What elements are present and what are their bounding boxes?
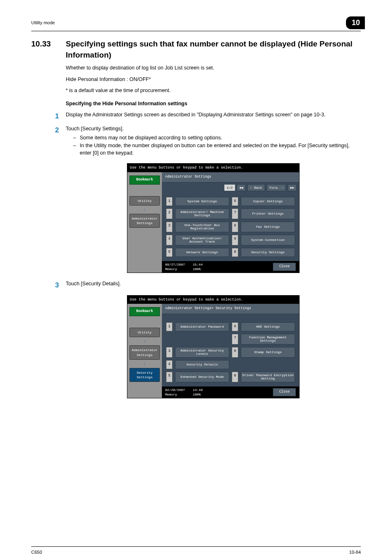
printer-settings-button[interactable]: Printer Settings xyxy=(241,208,295,219)
menu-key-6: 6 xyxy=(232,197,238,206)
last-page-icon[interactable]: ▶▶ xyxy=(288,184,297,191)
footer-memory-value: 100% xyxy=(193,393,201,396)
footer-memory-label: Memory xyxy=(165,267,177,271)
fax-settings-button[interactable]: Fax Settings xyxy=(241,222,295,232)
onetouch-userbox-button[interactable]: One-Touch/User Box Registration xyxy=(175,222,229,232)
panel-breadcrumb: Administrator Settings xyxy=(162,172,299,183)
menu-key-3: 3 xyxy=(166,222,173,232)
security-settings-button[interactable]: Security Settings xyxy=(241,248,295,257)
arrow-down-icon: ↓ xyxy=(129,361,160,367)
intro-p3: * is a default value at the time of proc… xyxy=(66,87,361,95)
menu-key-0: 0 xyxy=(232,248,238,257)
breadcrumb: Utility mode xyxy=(31,20,55,26)
close-button[interactable]: Close xyxy=(273,263,296,271)
intro-p2: Hide Personal Information : ON/OFF* xyxy=(66,76,361,83)
enhanced-security-button[interactable]: Enhanced Security Mode xyxy=(175,372,229,382)
stamp-settings-button[interactable]: Stamp Settings xyxy=(241,347,295,358)
footer-time: 15:44 xyxy=(193,263,203,266)
menu-key-5: 5 xyxy=(166,248,173,257)
sidebar-admin-button[interactable]: Administrator Settings xyxy=(129,345,160,359)
panel-instruction: Use the menu buttons or keypad to make a… xyxy=(127,164,299,172)
footer-date: 09/27/2007 xyxy=(165,263,185,266)
step-number-1: 1 xyxy=(55,111,66,121)
bookmark-tab[interactable]: Bookmark xyxy=(129,176,160,185)
menu-key-1: 1 xyxy=(166,197,173,206)
menu-key-0: 0 xyxy=(232,372,238,382)
intro-p1: Whether to display destination of log li… xyxy=(66,65,361,72)
step2-sub2: In the Utility mode, the number displaye… xyxy=(80,142,361,157)
admin-settings-screenshot: Use the menu buttons or keypad to make a… xyxy=(127,163,300,273)
admin-machine-button[interactable]: Administrator/ Machine Settings xyxy=(175,208,229,219)
menu-key-3: 3 xyxy=(166,347,173,358)
step-text-1: Display the Administrator Settings scree… xyxy=(66,111,325,119)
chapter-number: 10 xyxy=(346,16,365,29)
page-indicator: 1/2 xyxy=(224,185,235,191)
step-number-3: 3 xyxy=(55,280,66,290)
admin-security-levels-button[interactable]: Administrator Security Levels xyxy=(175,347,229,358)
copier-settings-button[interactable]: Copier Settings xyxy=(241,197,295,206)
arrow-down-icon: ↓ xyxy=(129,207,160,213)
menu-key-1: 1 xyxy=(166,322,173,331)
footer-page-number: 10-84 xyxy=(349,549,361,555)
footer-time: 14:40 xyxy=(193,388,203,392)
first-page-icon[interactable]: ◀◀ xyxy=(237,184,246,191)
panel-instruction: Use the menu buttons or keypad to make a… xyxy=(127,296,299,304)
forward-button[interactable]: Forw. → xyxy=(267,184,286,191)
footer-date: 02/20/2007 xyxy=(165,388,185,392)
footer-memory-label: Memory xyxy=(165,393,177,396)
sidebar-utility-button[interactable]: Utility xyxy=(129,328,160,337)
system-settings-button[interactable]: System Settings xyxy=(175,197,229,206)
step-text-3: Touch [Security Details]. xyxy=(66,280,121,288)
menu-key-4: 4 xyxy=(166,360,173,369)
sidebar-security-button[interactable]: Security Settings xyxy=(129,368,160,382)
sidebar-utility-button[interactable]: Utility xyxy=(129,196,160,206)
step-number-2: 2 xyxy=(55,125,66,135)
security-details-button[interactable]: Security Details xyxy=(175,360,229,369)
header-divider xyxy=(31,31,361,31)
step-text-2: Touch [Security Settings]. xyxy=(66,125,361,133)
step2-sub1: Some items may not be displayed accordin… xyxy=(80,134,222,142)
menu-key-7: 7 xyxy=(232,334,238,345)
menu-key-8: 8 xyxy=(232,222,238,232)
subheading: Specifying the Hide Personal Information… xyxy=(66,100,361,108)
hdd-settings-button[interactable]: HDD Settings xyxy=(241,322,295,331)
security-settings-screenshot: Use the menu buttons or keypad to make a… xyxy=(127,295,300,399)
footer-memory-value: 100% xyxy=(193,267,201,271)
menu-key-6: 6 xyxy=(232,322,238,331)
menu-key-7: 7 xyxy=(232,208,238,219)
menu-key-4: 4 xyxy=(166,235,173,245)
section-title: Specifying settings such that fax number… xyxy=(66,39,361,60)
arrow-down-icon: ↓ xyxy=(129,339,160,345)
menu-key-9: 9 xyxy=(232,235,238,245)
sidebar-admin-button[interactable]: Administrator Settings xyxy=(129,214,160,228)
bullet-dash: – xyxy=(73,142,80,157)
footer-model: C650 xyxy=(31,549,42,555)
menu-key-5: 5 xyxy=(166,372,173,382)
network-settings-button[interactable]: Network Settings xyxy=(175,248,229,257)
close-button[interactable]: Close xyxy=(273,388,296,396)
back-button[interactable]: ← Back xyxy=(247,184,265,191)
panel-breadcrumb: Administrator Settings> Security Setting… xyxy=(162,304,299,314)
menu-key-2: 2 xyxy=(166,208,173,219)
user-auth-button[interactable]: User Authentication/ Account Track xyxy=(175,235,229,245)
system-connection-button[interactable]: System Connection xyxy=(241,235,295,245)
admin-password-button[interactable]: Administrator Password xyxy=(175,322,229,331)
function-mgmt-button[interactable]: Function Management Settings xyxy=(241,334,295,345)
menu-key-8: 8 xyxy=(232,347,238,358)
section-number: 10.33 xyxy=(31,39,66,50)
driver-password-button[interactable]: Driver Password Encryption Setting xyxy=(241,372,295,382)
bullet-dash: – xyxy=(73,134,80,142)
bookmark-tab[interactable]: Bookmark xyxy=(129,307,160,316)
